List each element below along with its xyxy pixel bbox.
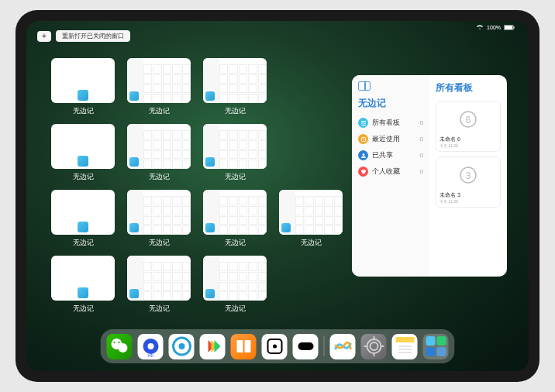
panel-row-list[interactable]: 所有看板0 [358,118,423,128]
panel-row-label: 最近使用 [372,134,400,144]
panel-row-heart[interactable]: 个人收藏0 [358,167,423,177]
svg-rect-41 [436,347,446,356]
top-left-controls: + 重新打开已关闭的窗口 [37,30,130,42]
svg-point-20 [178,343,184,349]
dock-settings-icon[interactable] [361,334,387,359]
panel-row-label: 已共享 [372,150,393,160]
thumbnail-cal [203,190,267,235]
window-thumbnail[interactable]: 无边记 [50,256,116,314]
list-icon [358,118,368,128]
window-thumbnail[interactable]: 无边记 [202,124,268,182]
wifi-icon [476,24,484,30]
svg-text:6: 6 [466,115,471,126]
panel-row-count: 0 [420,119,423,126]
svg-rect-1 [505,26,512,29]
svg-rect-22 [244,340,250,352]
window-thumbnail[interactable]: 无边记 [202,58,268,116]
window-thumbnail[interactable]: 无边记 [126,58,192,116]
svg-rect-38 [426,336,435,346]
thumbnail-blank [51,58,115,103]
battery-icon [504,25,515,30]
window-thumbnail[interactable]: 无边记 [278,190,344,248]
thumbnail-cal [203,124,267,169]
window-grid: 无边记无边记无边记无边记无边记无边记无边记无边记无边记无边记无边记无边记无边记 [50,58,344,314]
window-thumbnail[interactable]: 无边记 [202,256,268,314]
panel-row-label: 所有看板 [372,118,400,128]
window-thumbnail[interactable]: 无边记 [202,190,268,248]
dock-freeform-icon[interactable] [330,334,356,359]
battery-label: 100% [487,25,501,30]
window-thumbnail[interactable]: 无边记 [126,124,192,182]
window-label: 无边记 [73,172,94,182]
status-bar: 100% [476,24,515,30]
thumbnail-blank [51,256,115,301]
window-label: 无边记 [149,172,170,182]
thumbnail-cal [127,256,191,301]
svg-text:3: 3 [466,170,471,181]
board-card[interactable]: 3未命名 3今天 11:25 [436,156,501,208]
panel-row-clock[interactable]: 最近使用0 [358,134,423,144]
svg-point-29 [370,342,377,350]
panel-title: 无边记 [358,97,423,110]
svg-text:HD: HD [147,353,153,358]
svg-point-13 [118,343,127,352]
window-label: 无边记 [149,106,170,116]
svg-rect-21 [236,340,243,352]
svg-point-15 [118,342,119,343]
dock-camera-icon[interactable] [293,334,319,359]
reopen-button[interactable]: 重新打开已关闭的窗口 [56,30,130,42]
thumbnail-cal [203,58,267,103]
panel-row-count: 0 [420,152,423,159]
window-label: 无边记 [149,304,170,314]
window-label: 无边记 [73,238,94,248]
dock-dice-icon[interactable] [262,334,288,359]
svg-rect-40 [426,347,435,356]
window-label: 无边记 [149,238,170,248]
svg-rect-5 [361,125,366,126]
sketch-preview: 3 [440,160,497,190]
heart-icon [358,167,368,177]
person-icon [358,150,368,160]
dock-books-icon[interactable] [231,334,257,359]
sidebar-panel: ••• 无边记 所有看板0最近使用0已共享0个人收藏0 所有看板 6未命名 6今… [352,75,507,277]
svg-rect-4 [361,122,366,123]
window-label: 无边记 [73,304,94,314]
window-label: 无边记 [225,106,246,116]
panel-row-count: 0 [420,136,423,143]
window-thumbnail[interactable]: 无边记 [50,58,116,116]
thumbnail-cal [127,190,191,235]
window-thumbnail[interactable]: 无边记 [126,190,192,248]
dock-browser-icon[interactable] [169,334,195,359]
screen: 100% + 重新打开已关闭的窗口 无边记无边记无边记无边记无边记无边记无边记无… [26,21,529,371]
thumbnail-blank [51,124,115,169]
svg-rect-3 [361,121,366,122]
panel-right-title: 所有看板 [436,81,501,95]
svg-rect-2 [514,26,515,29]
dock-notes-icon[interactable] [392,334,418,359]
dock-play-icon[interactable] [200,334,226,359]
window-label: 无边记 [225,238,246,248]
card-sublabel: 今天 11:25 [440,199,497,204]
window-label: 无边记 [225,304,246,314]
svg-point-14 [113,342,115,343]
thumbnail-cal [127,124,191,169]
card-sublabel: 今天 11:26 [440,143,497,148]
svg-rect-34 [395,337,414,342]
window-thumbnail[interactable]: 无边记 [50,124,116,182]
svg-point-7 [362,153,364,156]
panel-row-person[interactable]: 已共享0 [358,150,423,160]
panel-left: 无边记 所有看板0最近使用0已共享0个人收藏0 [352,75,429,277]
board-card[interactable]: 6未命名 6今天 11:26 [436,101,501,152]
window-thumbnail[interactable]: 无边记 [126,256,192,314]
dock-quark-icon[interactable]: HD [138,334,164,359]
add-button[interactable]: + [37,31,51,42]
sketch-preview: 6 [440,105,497,134]
dock-wechat-icon[interactable] [107,334,133,359]
svg-point-24 [273,345,277,349]
sidebar-toggle-icon[interactable] [358,81,371,91]
dock-folder-icon[interactable] [423,334,449,359]
ipad-frame: 100% + 重新打开已关闭的窗口 无边记无边记无边记无边记无边记无边记无边记无… [16,10,539,382]
clock-icon [358,134,368,144]
card-label: 未命名 3 [440,191,497,199]
window-thumbnail[interactable]: 无边记 [50,190,116,248]
